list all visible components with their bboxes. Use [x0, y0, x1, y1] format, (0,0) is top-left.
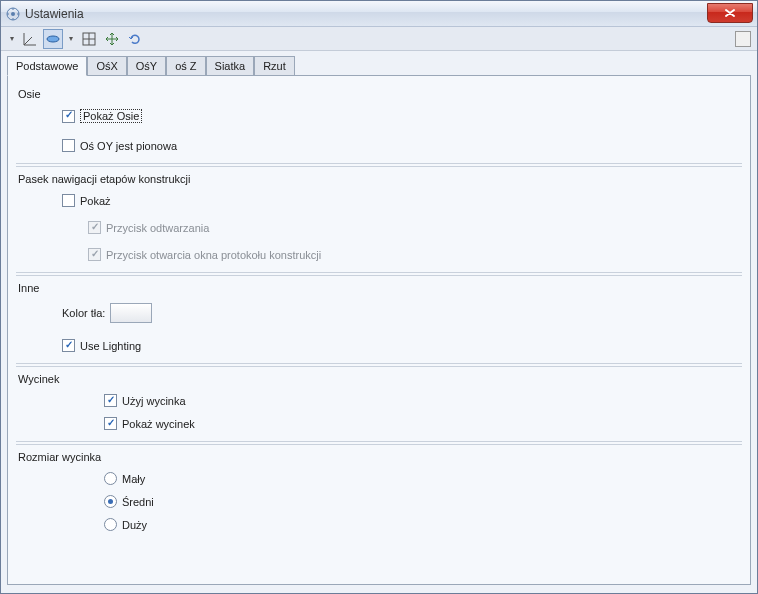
row-clip-show: Pokaż wycinek	[16, 414, 742, 433]
content-area: Podstawowe OśX OśY oś Z Siatka Rzut Osie…	[1, 51, 757, 593]
label-nav-protocol: Przycisk otwarcia okna protokołu konstru…	[106, 249, 321, 261]
app-icon	[5, 6, 21, 22]
radio-size-small[interactable]	[104, 472, 117, 485]
toolbar-grid-icon[interactable]	[79, 29, 99, 49]
label-oy-vertical: Oś OY jest pionowa	[80, 140, 177, 152]
group-other: Inne Kolor tła: Use Lighting	[16, 275, 742, 364]
tabstrip: Podstawowe OśX OśY oś Z Siatka Rzut	[7, 56, 751, 76]
label-nav-show: Pokaż	[80, 195, 111, 207]
tab-siatka[interactable]: Siatka	[206, 56, 255, 76]
row-lighting: Use Lighting	[16, 336, 742, 355]
row-nav-show: Pokaż	[16, 191, 742, 210]
label-size-medium: Średni	[122, 496, 154, 508]
group-title-axes: Osie	[16, 86, 742, 106]
label-nav-play: Przycisk odtwarzania	[106, 222, 209, 234]
label-size-large: Duży	[122, 519, 147, 531]
group-title-clipsize: Rozmiar wycinka	[16, 449, 742, 469]
svg-point-9	[47, 36, 59, 42]
titlebar: Ustawienia	[1, 1, 757, 27]
row-show-axes: Pokaż Osie	[16, 106, 742, 126]
checkbox-nav-play	[88, 221, 101, 234]
row-size-medium: Średni	[16, 492, 742, 511]
toolbar-move-icon[interactable]	[102, 29, 122, 49]
tab-osx[interactable]: OśX	[87, 56, 126, 76]
group-title-clipping: Wycinek	[16, 371, 742, 391]
row-oy-vertical: Oś OY jest pionowa	[16, 136, 742, 155]
toolbar-plane-icon[interactable]	[43, 29, 63, 49]
label-bgcolor: Kolor tła:	[62, 307, 105, 319]
checkbox-clip-use[interactable]	[104, 394, 117, 407]
tab-panel: Osie Pokaż Osie Oś OY jest pionowa Pasek…	[7, 75, 751, 585]
checkbox-clip-show[interactable]	[104, 417, 117, 430]
toolbar: ▾ ▾	[1, 27, 757, 51]
group-navbar: Pasek nawigacji etapów konstrukcji Pokaż…	[16, 166, 742, 273]
toolbar-menu-icon[interactable]: ▾	[7, 29, 17, 49]
row-size-small: Mały	[16, 469, 742, 488]
radio-size-medium[interactable]	[104, 495, 117, 508]
group-axes: Osie Pokaż Osie Oś OY jest pionowa	[16, 82, 742, 164]
checkbox-show-axes[interactable]	[62, 110, 75, 123]
label-show-axes: Pokaż Osie	[80, 109, 142, 123]
label-clip-use: Użyj wycinka	[122, 395, 186, 407]
group-title-other: Inne	[16, 280, 742, 300]
checkbox-lighting[interactable]	[62, 339, 75, 352]
tab-rzut[interactable]: Rzut	[254, 56, 295, 76]
row-clip-use: Użyj wycinka	[16, 391, 742, 410]
group-clipping: Wycinek Użyj wycinka Pokaż wycinek	[16, 366, 742, 442]
tab-podstawowe[interactable]: Podstawowe	[7, 56, 87, 76]
group-clipsize: Rozmiar wycinka Mały Średni Duży	[16, 444, 742, 542]
label-lighting: Use Lighting	[80, 340, 141, 352]
toolbar-refresh-icon[interactable]	[125, 29, 145, 49]
toolbar-axes-icon[interactable]	[20, 29, 40, 49]
tab-osy[interactable]: OśY	[127, 56, 166, 76]
label-clip-show: Pokaż wycinek	[122, 418, 195, 430]
row-size-large: Duży	[16, 515, 742, 534]
group-title-navbar: Pasek nawigacji etapów konstrukcji	[16, 171, 742, 191]
svg-point-1	[11, 12, 15, 16]
checkbox-nav-protocol	[88, 248, 101, 261]
toolbar-detach-icon[interactable]	[735, 31, 751, 47]
row-bgcolor: Kolor tła:	[16, 300, 742, 326]
svg-line-8	[24, 37, 32, 45]
row-nav-protocol: Przycisk otwarcia okna protokołu konstru…	[16, 245, 742, 264]
close-button[interactable]	[707, 3, 753, 23]
bgcolor-swatch[interactable]	[110, 303, 152, 323]
tab-osz[interactable]: oś Z	[166, 56, 205, 76]
toolbar-plane-dropdown-icon[interactable]: ▾	[66, 29, 76, 49]
checkbox-oy-vertical[interactable]	[62, 139, 75, 152]
settings-window: Ustawienia ▾ ▾ Podstawowe OśX OśY oś Z	[0, 0, 758, 594]
radio-size-large[interactable]	[104, 518, 117, 531]
window-title: Ustawienia	[25, 7, 84, 21]
row-nav-play: Przycisk odtwarzania	[16, 218, 742, 237]
label-size-small: Mały	[122, 473, 145, 485]
checkbox-nav-show[interactable]	[62, 194, 75, 207]
